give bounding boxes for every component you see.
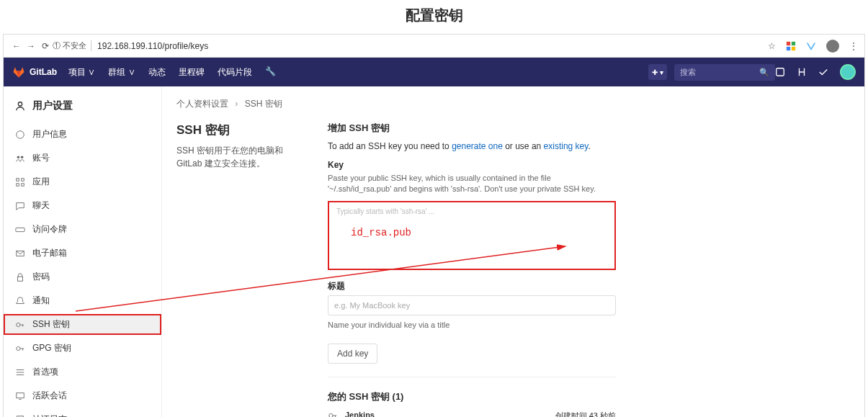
add-key-button[interactable]: Add key	[328, 344, 377, 364]
breadcrumb-sep: ›	[235, 99, 238, 109]
svg-point-5	[18, 102, 22, 106]
sidebar-item-label: 电子邮箱	[32, 247, 67, 259]
preferences-icon	[15, 367, 25, 377]
insecure-badge: ① 不安全	[53, 40, 91, 51]
intro-text: To add an SSH key you need to	[328, 141, 452, 151]
merge-requests-icon[interactable]	[797, 67, 807, 77]
ssh-key-row: Jenkins 10:0f:ee:44:74:0e:dc:a7:74:eb:52…	[328, 411, 616, 417]
browser-menu-icon[interactable]: ⋮	[849, 41, 859, 51]
intro-text: .	[588, 141, 590, 151]
existing-key-link[interactable]: existing key	[544, 141, 589, 151]
sidebar-item-label: SSH 密钥	[32, 318, 70, 331]
key-textarea[interactable]: Typically starts with 'ssh-rsa' ... id_r…	[328, 201, 616, 270]
svg-point-8	[21, 156, 24, 158]
menu-activity[interactable]: 动态	[148, 66, 166, 79]
sidebar-item-preferences[interactable]: 首选项	[4, 360, 161, 384]
sidebar-header-label: 用户设置	[32, 99, 73, 112]
issues-icon[interactable]	[775, 67, 785, 77]
sidebar-item-ssh-keys[interactable]: SSH 密钥	[4, 314, 161, 335]
extension-icon-1[interactable]	[786, 41, 796, 51]
address-bar[interactable]: ① 不安全 192.168.199.110/profile/keys	[53, 40, 768, 51]
sessions-icon	[15, 391, 25, 401]
menu-groups[interactable]: 群组 ∨	[108, 66, 135, 79]
back-button[interactable]: ←	[9, 41, 24, 51]
sidebar-item-label: 应用	[32, 176, 50, 188]
svg-point-17	[17, 346, 20, 350]
browser-toolbar: ← → ⟳ ① 不安全 192.168.199.110/profile/keys…	[4, 35, 864, 58]
user-settings-icon	[15, 101, 25, 111]
svg-rect-10	[22, 178, 24, 181]
bookmark-star-icon[interactable]: ☆	[768, 41, 776, 51]
breadcrumb: 个人资料设置 › SSH 密钥	[176, 98, 850, 110]
key-hint: Paste your public SSH key, which is usua…	[328, 173, 616, 195]
key-icon	[15, 320, 25, 330]
svg-rect-1	[792, 41, 795, 45]
user-avatar[interactable]	[840, 64, 856, 80]
sidebar-item-label: 聊天	[32, 199, 50, 212]
todo-icon[interactable]	[818, 67, 828, 77]
sidebar-item-label: 活跃会话	[32, 390, 67, 402]
sidebar-item-notifications[interactable]: 通知	[4, 289, 161, 313]
sidebar-item-label: 认证日志	[32, 413, 67, 417]
key-name[interactable]: Jenkins	[345, 411, 375, 417]
title-input[interactable]: e.g. My MacBook key	[328, 295, 616, 315]
sidebar-item-password[interactable]: 密码	[4, 265, 161, 289]
url-text: 192.168.199.110/profile/keys	[97, 41, 208, 51]
gitlab-top-nav: GitLab 项目 ∨ 群组 ∨ 动态 里程碑 代码片段 🔧 ✚ ▾ 搜索 🔍	[4, 58, 864, 86]
chat-icon	[15, 201, 25, 211]
brand-text: GitLab	[30, 67, 57, 77]
key-icon	[328, 411, 338, 417]
forward-button[interactable]: →	[24, 41, 38, 51]
sidebar-item-active-sessions[interactable]: 活跃会话	[4, 384, 161, 408]
menu-projects[interactable]: 项目 ∨	[68, 66, 95, 79]
svg-rect-12	[22, 183, 24, 186]
profile-avatar-icon[interactable]	[826, 40, 839, 53]
ssh-key-form: 增加 SSH 密钥 To add an SSH key you need to …	[328, 122, 616, 417]
profile-icon	[15, 130, 25, 140]
svg-point-21	[329, 413, 333, 417]
section-description: SSH 密钥 SSH 密钥用于在您的电脑和 GitLab 建立安全连接。	[176, 122, 306, 417]
sidebar-item-chat[interactable]: 聊天	[4, 194, 161, 218]
svg-rect-0	[787, 41, 790, 45]
sidebar-item-auth-log[interactable]: 认证日志	[4, 408, 161, 417]
sidebar-item-profile[interactable]: 用户信息	[4, 122, 161, 146]
browser-window: ← → ⟳ ① 不安全 192.168.199.110/profile/keys…	[3, 34, 865, 417]
sidebar-item-account[interactable]: 账号	[4, 146, 161, 170]
key-created: 创建时间 43 秒前	[555, 411, 616, 417]
sidebar-item-applications[interactable]: 应用	[4, 170, 161, 194]
reload-button[interactable]: ⟳	[38, 41, 53, 51]
page-title: 配置密钥	[0, 0, 868, 34]
new-dropdown[interactable]: ✚ ▾	[648, 64, 667, 80]
svg-rect-18	[17, 393, 24, 398]
svg-point-16	[17, 323, 20, 326]
search-input[interactable]: 搜索 🔍	[674, 64, 775, 81]
log-icon	[15, 415, 25, 418]
generate-one-link[interactable]: generate one	[452, 141, 503, 151]
gitlab-fox-icon	[12, 66, 25, 79]
title-hint: Name your individual key via a title	[328, 320, 616, 331]
extension-icon-2[interactable]	[806, 41, 816, 51]
breadcrumb-root[interactable]: 个人资料设置	[176, 99, 228, 109]
form-heading: 增加 SSH 密钥	[328, 122, 616, 135]
top-menu: 项目 ∨ 群组 ∨ 动态 里程碑 代码片段 🔧	[68, 66, 648, 79]
wrench-icon[interactable]: 🔧	[265, 66, 276, 79]
keys-list-heading: 您的 SSH 密钥 (1)	[328, 390, 616, 403]
apps-icon	[15, 177, 25, 187]
menu-milestones[interactable]: 里程碑	[179, 66, 205, 79]
svg-rect-9	[17, 178, 19, 181]
svg-point-6	[17, 130, 24, 138]
svg-rect-13	[16, 228, 24, 231]
svg-rect-4	[777, 68, 784, 76]
gitlab-logo[interactable]: GitLab	[12, 66, 57, 79]
menu-snippets[interactable]: 代码片段	[218, 66, 252, 79]
sidebar-item-gpg-keys[interactable]: GPG 密钥	[4, 336, 161, 360]
svg-rect-3	[792, 46, 795, 50]
section-desc-text: SSH 密钥用于在您的电脑和 GitLab 建立安全连接。	[176, 144, 306, 170]
sidebar-item-label: 用户信息	[32, 128, 67, 140]
sidebar-item-emails[interactable]: 电子邮箱	[4, 241, 161, 265]
main-content: 个人资料设置 › SSH 密钥 SSH 密钥 SSH 密钥用于在您的电脑和 Gi…	[162, 86, 864, 417]
sidebar-item-access-tokens[interactable]: 访问令牌	[4, 218, 161, 241]
sidebar-item-label: 密码	[32, 271, 50, 283]
search-icon: 🔍	[759, 68, 769, 77]
title-placeholder: e.g. My MacBook key	[334, 301, 410, 310]
